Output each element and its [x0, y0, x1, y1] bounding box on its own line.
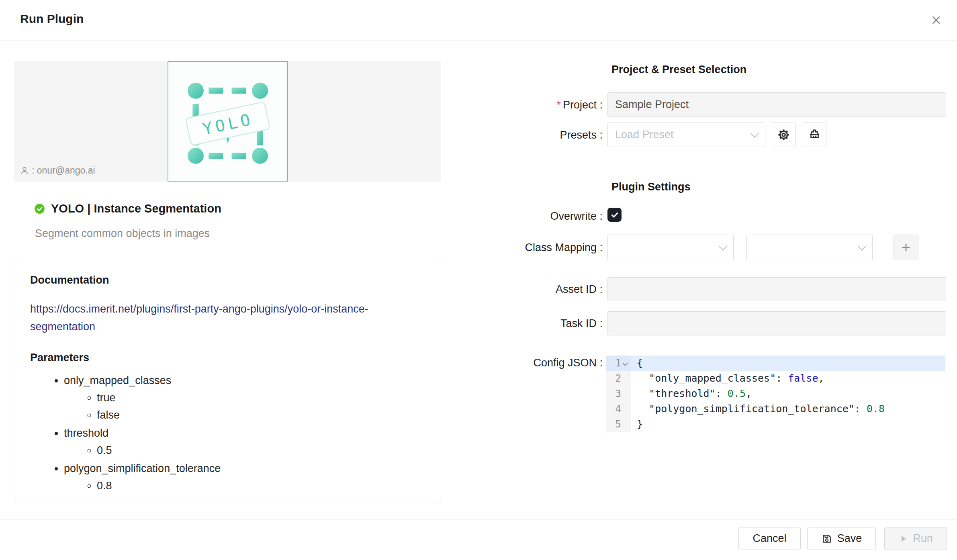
- broom-icon: [808, 129, 821, 141]
- line-number-gutter: 3: [606, 386, 631, 401]
- preset-settings-button[interactable]: [772, 123, 795, 147]
- parameter-item: threshold0.5: [64, 427, 425, 457]
- task-id-label: Task ID :: [438, 317, 603, 330]
- line-number-gutter: 1: [606, 356, 631, 371]
- dialog-header: Run Plugin: [0, 0, 957, 41]
- code-line-content[interactable]: }: [631, 417, 945, 432]
- chevron-down-icon: [858, 242, 866, 250]
- verified-check-icon: [34, 203, 45, 214]
- section-project-preset-title: Project & Preset Selection: [611, 63, 746, 76]
- project-input[interactable]: [608, 93, 946, 116]
- required-asterisk: *: [556, 99, 561, 111]
- fold-chevron-icon[interactable]: [621, 356, 629, 371]
- parameters-list: only_mapped_classestruefalsethreshold0.5…: [30, 374, 425, 492]
- task-id-input[interactable]: [608, 312, 946, 335]
- task-id-field: [607, 311, 946, 335]
- cancel-button-label: Cancel: [753, 532, 786, 545]
- cancel-button[interactable]: Cancel: [738, 527, 801, 550]
- run-plugin-dialog: Run Plugin: [0, 0, 957, 560]
- play-icon: [898, 534, 908, 544]
- config-json-line[interactable]: 3 "threshold": 0.5,: [606, 386, 945, 401]
- chevron-down-icon: [750, 129, 759, 138]
- class-mapping-select-source[interactable]: [607, 235, 734, 260]
- parameter-value: 0.5: [97, 444, 425, 457]
- documentation-panel: Documentation https://docs.imerit.net/pl…: [14, 260, 441, 503]
- code-line-content[interactable]: "polygon_simplification_tolerance": 0.8: [631, 401, 945, 417]
- preset-clear-button[interactable]: [803, 123, 826, 147]
- close-icon: [930, 14, 943, 27]
- parameter-value: 0.8: [97, 480, 425, 492]
- config-json-line[interactable]: 2 "only_mapped_classes": false,: [606, 371, 945, 386]
- class-mapping-label: Class Mapping :: [438, 241, 603, 254]
- project-label: *Project :: [438, 99, 603, 111]
- section-plugin-settings-title: Plugin Settings: [611, 181, 691, 193]
- overwrite-checkbox[interactable]: [607, 208, 622, 222]
- save-button-label: Save: [837, 532, 862, 545]
- code-line-content[interactable]: "only_mapped_classes": false,: [631, 371, 945, 386]
- close-button[interactable]: [929, 13, 943, 27]
- presets-label: Presets :: [438, 129, 603, 141]
- plugin-preview-area: YOLO : onur@ango.ai: [14, 61, 441, 182]
- asset-id-field: [607, 277, 946, 301]
- plugin-description: Segment common objects in images: [35, 227, 210, 240]
- config-json-label: Config JSON :: [438, 357, 603, 369]
- presets-select[interactable]: Load Preset: [607, 123, 765, 147]
- footer-divider: [0, 519, 957, 520]
- documentation-link[interactable]: https://docs.imerit.net/plugins/first-pa…: [30, 300, 401, 335]
- parameter-item: polygon_simplification_tolerance0.8: [64, 462, 425, 492]
- parameter-value: false: [97, 409, 425, 421]
- parameter-value: true: [97, 392, 425, 404]
- run-button[interactable]: Run: [884, 527, 947, 550]
- parameters-heading: Parameters: [30, 352, 425, 364]
- plugin-name: YOLO | Instance Segmentation: [51, 202, 221, 215]
- code-line-content[interactable]: "threshold": 0.5,: [631, 386, 945, 401]
- plugin-title-row: YOLO | Instance Segmentation: [34, 202, 221, 215]
- add-class-mapping-button[interactable]: [894, 235, 918, 260]
- presets-placeholder: Load Preset: [615, 129, 674, 141]
- line-number-gutter: 2: [606, 371, 631, 386]
- yolo-logo: YOLO: [170, 64, 285, 179]
- run-button-label: Run: [913, 532, 933, 545]
- plugin-author: : onur@ango.ai: [20, 165, 95, 176]
- config-json-line[interactable]: 5}: [606, 417, 945, 432]
- dialog-title: Run Plugin: [20, 12, 84, 26]
- asset-id-input[interactable]: [608, 278, 946, 301]
- project-field: [607, 92, 946, 116]
- code-line-content[interactable]: {: [631, 356, 945, 371]
- gear-icon: [777, 128, 790, 141]
- save-icon: [821, 533, 832, 544]
- user-icon: [20, 166, 29, 175]
- class-mapping-select-target[interactable]: [746, 235, 873, 260]
- config-json-line[interactable]: 4 "polygon_simplification_tolerance": 0.…: [606, 401, 945, 417]
- chevron-down-icon: [719, 242, 727, 250]
- config-json-editor[interactable]: 1{2 "only_mapped_classes": false,3 "thre…: [606, 353, 945, 436]
- line-number-gutter: 5: [606, 417, 631, 432]
- overwrite-label: Overwrite :: [438, 210, 603, 223]
- plus-icon: [900, 241, 912, 253]
- documentation-heading: Documentation: [30, 274, 425, 286]
- asset-id-label: Asset ID :: [438, 283, 603, 296]
- save-button[interactable]: Save: [807, 527, 876, 550]
- line-number-gutter: 4: [606, 401, 631, 417]
- config-json-line[interactable]: 1{: [606, 356, 945, 371]
- check-icon: [610, 210, 620, 220]
- plugin-author-label: : onur@ango.ai: [32, 165, 95, 176]
- parameter-item: only_mapped_classestruefalse: [64, 374, 425, 421]
- plugin-thumbnail[interactable]: YOLO: [168, 61, 288, 182]
